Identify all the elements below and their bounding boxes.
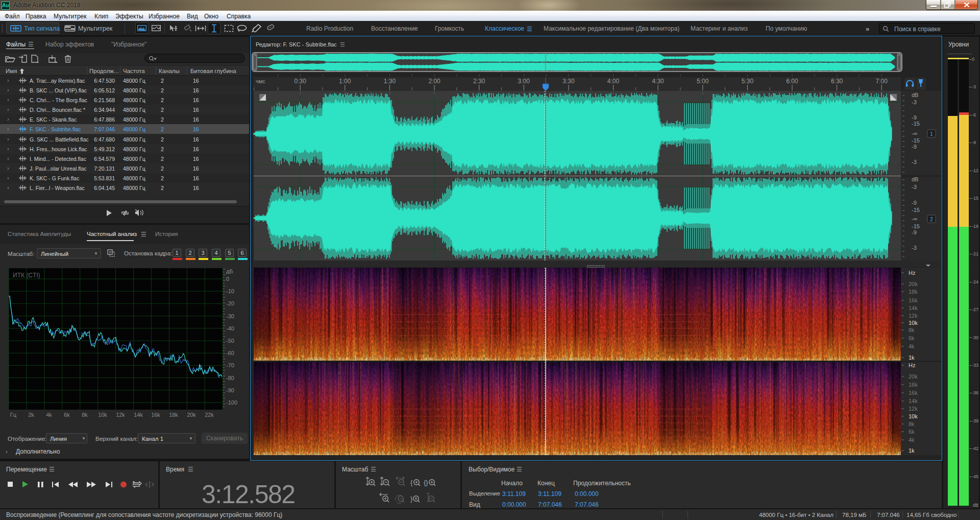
svg-text:0:30: 0:30 (295, 78, 307, 85)
svg-text:1:30: 1:30 (384, 78, 396, 85)
svg-text:-15: -15 (912, 207, 920, 213)
svg-text:{}: {} (424, 479, 428, 486)
svg-text:чмс: чмс (256, 78, 265, 84)
svg-text:4k: 4k (909, 437, 915, 443)
svg-text:20k: 20k (909, 281, 918, 287)
svg-text:-15: -15 (912, 223, 920, 229)
svg-text:-3: -3 (912, 159, 917, 165)
svg-text:3:30: 3:30 (562, 78, 575, 85)
svg-text:-15: -15 (912, 121, 920, 127)
svg-text:18k: 18k (909, 382, 918, 388)
svg-text:-15: -15 (912, 137, 920, 144)
svg-text:dB: dB (912, 92, 918, 98)
svg-text:6:30: 6:30 (831, 78, 843, 85)
svg-text:8k: 8k (909, 421, 915, 427)
svg-text:-3: -3 (912, 184, 917, 190)
svg-text:4k: 4k (909, 343, 915, 349)
svg-text:10k: 10k (909, 320, 918, 326)
svg-text:-9: -9 (912, 114, 917, 121)
svg-text:10k: 10k (909, 413, 918, 419)
svg-text:3:00: 3:00 (518, 78, 530, 85)
svg-text:-∞: -∞ (912, 216, 918, 222)
svg-text:}: } (410, 495, 413, 503)
svg-text:2:00: 2:00 (428, 78, 440, 85)
svg-text:14k: 14k (909, 305, 918, 311)
svg-text:-9: -9 (912, 229, 917, 235)
svg-text:18k: 18k (909, 289, 918, 295)
svg-text:Hz: Hz (909, 270, 915, 276)
svg-text:-3: -3 (912, 245, 917, 251)
svg-text:6k: 6k (909, 429, 915, 435)
svg-text:4:00: 4:00 (607, 78, 620, 85)
svg-text:12k: 12k (909, 313, 918, 319)
svg-text:1: 1 (930, 131, 933, 137)
svg-text:1k: 1k (909, 354, 915, 361)
svg-text:-9: -9 (912, 144, 917, 150)
svg-text:16k: 16k (909, 297, 918, 303)
svg-text:6:00: 6:00 (786, 78, 798, 85)
svg-text:dB: dB (912, 176, 918, 182)
svg-text:5:30: 5:30 (742, 78, 754, 85)
svg-text:12k: 12k (909, 406, 918, 412)
svg-text:4:30: 4:30 (652, 78, 664, 85)
svg-text:1:00: 1:00 (339, 78, 351, 85)
svg-text:Hz: Hz (909, 362, 915, 368)
svg-text:5:00: 5:00 (697, 78, 709, 85)
svg-text:2: 2 (930, 216, 933, 222)
svg-text:-9: -9 (912, 200, 917, 206)
svg-text:-3: -3 (912, 99, 917, 105)
svg-text:6k: 6k (909, 335, 915, 341)
svg-text:1k: 1k (909, 447, 915, 454)
svg-text:20k: 20k (909, 373, 918, 380)
svg-text:8k: 8k (909, 327, 915, 333)
svg-text:7:00: 7:00 (876, 78, 888, 85)
svg-text:-∞: -∞ (912, 130, 918, 136)
svg-text:2:30: 2:30 (473, 78, 485, 85)
svg-text:16k: 16k (909, 390, 918, 396)
svg-text:14k: 14k (909, 398, 918, 404)
svg-text:{: { (410, 479, 413, 486)
